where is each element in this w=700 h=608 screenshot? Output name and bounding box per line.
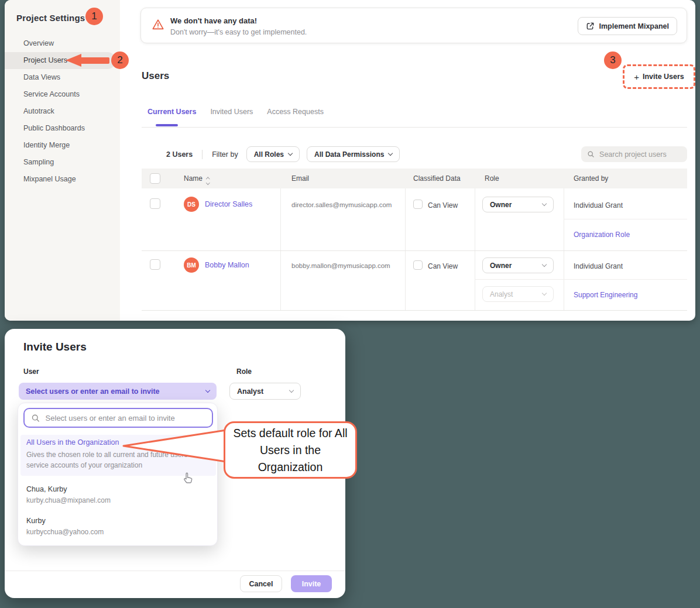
select-all-checkbox[interactable] — [150, 173, 160, 184]
plus-icon: + — [634, 73, 639, 81]
annotation-step-3: 3 — [604, 51, 622, 69]
option-kurby[interactable]: Kurby — [26, 517, 46, 525]
tabs-divider — [142, 127, 687, 128]
external-link-icon — [586, 22, 595, 30]
filter-row: 2 Users Filter by All Roles All Data Per… — [166, 146, 407, 162]
sidebar-item-sampling[interactable]: Sampling — [5, 154, 120, 171]
can-view-checkbox[interactable] — [413, 260, 423, 270]
option-chua-kurby[interactable]: Chua, Kurby — [26, 485, 67, 493]
sidebar-item-service-accounts[interactable]: Service Accounts — [5, 86, 120, 103]
granted-by-link[interactable]: Organization Role — [574, 231, 630, 239]
annotation-arrow-icon — [66, 54, 81, 67]
project-settings-card: Project Settings Overview Project Users … — [5, 0, 695, 321]
column-header-role: Role — [485, 174, 499, 183]
screenshot-root: Project Settings Overview Project Users … — [0, 0, 700, 608]
callout-bubble: Sets default role for All Users in the O… — [224, 421, 357, 479]
grant-divider — [564, 219, 687, 219]
user-name-link[interactable]: Bobby Mallon — [205, 261, 249, 269]
search-icon — [587, 150, 595, 159]
column-divider — [280, 188, 281, 310]
cancel-button[interactable]: Cancel — [240, 575, 282, 592]
table-bottom-border — [142, 310, 687, 311]
invite-users-label: Invite Users — [643, 73, 684, 81]
chevron-down-icon — [388, 151, 393, 156]
callout-tail — [120, 422, 231, 469]
role-select[interactable]: Owner — [482, 197, 554, 212]
modal-title: Invite Users — [23, 341, 87, 353]
warning-triangle-icon — [152, 18, 164, 31]
project-users-search[interactable] — [581, 146, 687, 162]
sidebar-item-identity-merge[interactable]: Identity Merge — [5, 137, 120, 154]
column-header-name[interactable]: Name — [184, 174, 210, 184]
all-data-permissions-filter[interactable]: All Data Permissions — [307, 146, 400, 162]
sidebar-item-data-views[interactable]: Data Views — [5, 69, 120, 86]
settings-sidebar: Project Settings Overview Project Users … — [5, 0, 120, 321]
row-divider — [142, 250, 687, 251]
role-select[interactable]: Owner — [482, 257, 554, 273]
filter-by-label: Filter by — [212, 150, 238, 159]
avatar: BM — [184, 257, 199, 273]
tab-access-requests[interactable]: Access Requests — [267, 108, 324, 116]
grant-divider — [475, 279, 687, 280]
user-email: director.salles@mymusicapp.com — [291, 201, 392, 208]
search-icon — [31, 413, 40, 423]
tab-invited-users[interactable]: Invited Users — [210, 108, 253, 116]
role-field-label: Role — [236, 367, 252, 376]
avatar: DS — [184, 197, 199, 212]
sort-icon[interactable] — [207, 178, 210, 184]
column-divider — [475, 188, 475, 310]
user-field-label: User — [23, 367, 39, 376]
users-tabs: Current Users Invited Users Access Reque… — [147, 108, 324, 116]
sidebar-item-public-dashboards[interactable]: Public Dashboards — [5, 120, 120, 137]
annotation-step-1: 1 — [85, 8, 103, 25]
row-checkbox[interactable] — [150, 259, 160, 270]
all-roles-filter[interactable]: All Roles — [246, 146, 300, 162]
chevron-down-icon — [542, 201, 547, 206]
granted-by-link[interactable]: Support Engineering — [574, 291, 637, 299]
active-tab-indicator — [156, 124, 178, 126]
option-kurby-email: kurbycchua@yahoo.com — [26, 528, 104, 536]
can-view-label: Can View — [428, 262, 458, 270]
invite-users-button[interactable]: + Invite Users — [623, 64, 695, 89]
chevron-down-icon — [289, 388, 294, 393]
sidebar-item-overview[interactable]: Overview — [5, 35, 120, 52]
annotation-step-2: 2 — [111, 51, 129, 69]
role-select[interactable]: Analyst — [229, 383, 301, 400]
user-email: bobby.mallon@mymusicapp.com — [291, 262, 390, 269]
annotation-arrow-tail — [80, 57, 109, 64]
invite-button[interactable]: Invite — [291, 575, 332, 592]
sidebar-item-mixpanel-usage[interactable]: Mixpanel Usage — [5, 171, 120, 188]
table-header: Name Email Classified Data Role Granted … — [142, 169, 687, 188]
tab-current-users[interactable]: Current Users — [147, 108, 196, 116]
column-divider — [564, 188, 564, 310]
no-data-banner: We don't have any data! Don't worry—it's… — [140, 8, 687, 43]
row-checkbox[interactable] — [150, 198, 160, 209]
column-divider — [405, 188, 406, 310]
option-chua-kurby-email: kurby.chua@mixpanel.com — [26, 496, 111, 504]
option-all-users[interactable]: All Users in the Organization — [26, 438, 119, 446]
modal-footer-divider — [5, 571, 345, 571]
chevron-down-icon — [542, 262, 547, 267]
implement-mixpanel-label: Implement Mixpanel — [599, 22, 669, 30]
sidebar-item-autotrack[interactable]: Autotrack — [5, 103, 120, 120]
column-header-email: Email — [291, 174, 309, 183]
user-name-link[interactable]: Director Salles — [205, 200, 252, 208]
sidebar-title: Project Settings — [16, 13, 85, 23]
search-input[interactable] — [599, 150, 681, 159]
chevron-down-icon — [205, 388, 210, 393]
user-select[interactable]: Select users or enter an email to invite — [19, 383, 217, 400]
granted-by-value: Individual Grant — [574, 262, 623, 270]
dropdown-search-input[interactable] — [46, 414, 205, 422]
hand-cursor-icon — [181, 471, 195, 485]
vertical-divider — [202, 150, 203, 159]
implement-mixpanel-button[interactable]: Implement Mixpanel — [578, 17, 677, 35]
column-header-granted: Granted by — [574, 174, 608, 183]
can-view-label: Can View — [428, 201, 458, 209]
banner-title: We don't have any data! — [170, 16, 257, 25]
users-heading: Users — [142, 70, 169, 82]
can-view-checkbox[interactable] — [413, 200, 423, 209]
user-count: 2 Users — [166, 150, 193, 159]
column-header-classified: Classified Data — [413, 174, 461, 183]
banner-subtitle: Don't worry—it's easy to get implemented… — [170, 28, 307, 36]
chevron-down-icon — [288, 151, 293, 156]
